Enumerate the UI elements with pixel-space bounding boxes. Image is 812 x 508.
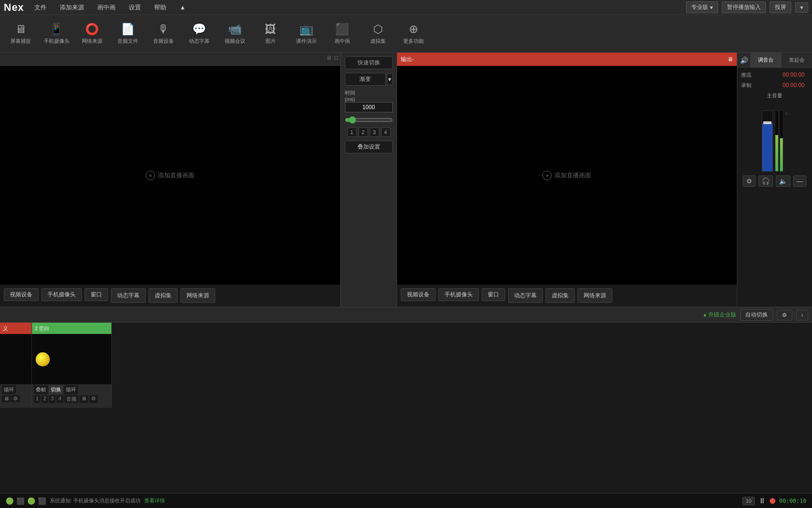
scene-2-canvas[interactable] [32, 334, 111, 384]
status-icon-4: ⬛ [38, 497, 46, 505]
scene-1-title-bar: 义 [0, 323, 31, 334]
scene-2-num-2[interactable]: 2 [41, 395, 48, 403]
vu-meter [775, 111, 783, 172]
tool-screen-capture[interactable]: 🖥 屏幕捕捉 [4, 17, 38, 51]
stream-row: 推流 00:00:00 [741, 70, 808, 80]
left-btn-video-device[interactable]: 视频设备 [4, 288, 39, 301]
menu-up-arrow[interactable]: ▲ [177, 3, 188, 12]
preview-monitor-icon[interactable]: 🖥 [326, 55, 332, 61]
quick-switch-btn[interactable]: 快速切换 [345, 56, 393, 69]
left-btn-network[interactable]: 网络来源 [180, 288, 215, 303]
bottom-header: ♦ 升级企业版 自动切换 ⚙ › [0, 308, 812, 323]
tool-video-conference[interactable]: 📹 视频会议 [218, 17, 252, 51]
audio-mixer: 0 ⚙ 🎧 🔈 — [737, 101, 812, 307]
scene-num-4[interactable]: 4 [381, 127, 390, 137]
menu-pip[interactable]: 画中画 [94, 2, 118, 13]
scene-1-canvas[interactable] [0, 334, 31, 384]
left-plus-icon: + [146, 171, 155, 180]
menu-settings[interactable]: 设置 [126, 2, 144, 13]
right-btn-window[interactable]: 窗口 [482, 288, 505, 301]
scene-2-switch-btn[interactable]: 切换 [49, 385, 63, 394]
menu-add-source[interactable]: 添加来源 [57, 2, 87, 13]
left-btn-window[interactable]: 窗口 [85, 288, 108, 301]
auto-switch-arrow-btn[interactable]: › [796, 310, 808, 320]
bottom-area: ♦ 升级企业版 自动切换 ⚙ › 义 循环 🖥 ⚙ [0, 307, 812, 408]
tool-network-source[interactable]: ⭕ 网络来源 [75, 17, 109, 51]
scene-2-num-settings[interactable]: ⚙ [89, 395, 98, 403]
transition-type-btn[interactable]: 渐变 [345, 73, 386, 86]
preview-close-icon[interactable]: ⊡ [334, 55, 338, 61]
scene-2-num-1[interactable]: 1 [34, 395, 40, 403]
pause-input-button[interactable]: 暂停播放输入 [722, 1, 766, 13]
scene-2-ball [36, 352, 50, 366]
scene-1-num-settings[interactable]: ⚙ [11, 395, 20, 402]
tool-pip-label: 画中画 [335, 38, 350, 45]
scene-1-loop-btn[interactable]: 循环 [2, 385, 16, 394]
right-add-scene-btn[interactable]: + 添加直播画面 [542, 171, 591, 180]
left-add-scene-label: 添加直播画面 [158, 171, 195, 180]
transition-panel: 快速切换 渐变 ▾ 时间(ms) 1 2 3 4 叠加设置 [341, 53, 397, 307]
scene-item-1: 义 循环 🖥 ⚙ [0, 323, 32, 408]
audio-toggle-icon[interactable]: 🔊 [737, 53, 750, 68]
stream-label: 推流 [741, 71, 751, 79]
transition-time-input[interactable] [345, 102, 393, 112]
scene-2-footer: 叠帧 切换 循环 1 2 3 4 音频 🖥 ⚙ [32, 384, 111, 408]
tool-courseware[interactable]: 📺 课件演示 [289, 17, 323, 51]
menu-help[interactable]: 帮助 [151, 2, 169, 13]
project-button[interactable]: 投屏 [770, 1, 791, 13]
tab-start-meeting[interactable]: 发起会 [781, 53, 812, 68]
tool-phone-camera[interactable]: 📱 手机摄像头 [39, 17, 73, 51]
transition-slider[interactable] [345, 116, 393, 124]
fps-display: 10 [742, 497, 755, 505]
scene-num-1[interactable]: 1 [347, 127, 357, 137]
audio-vol-down[interactable]: — [793, 175, 806, 187]
status-icon-1: 🟢 [6, 497, 14, 505]
tool-virtual-set[interactable]: ⬡ 虚拟集 [361, 17, 395, 51]
transition-dropdown-btn[interactable]: ▾ [387, 73, 393, 85]
tool-phone-camera-label: 手机摄像头 [44, 38, 70, 45]
tool-subtitle[interactable]: 💬 动态字幕 [182, 17, 216, 51]
tool-audio-file[interactable]: 📄 音频文件 [111, 17, 145, 51]
pause-status-btn[interactable]: ⏸ [758, 497, 766, 505]
more-menu-button[interactable]: ▾ [795, 2, 808, 13]
right-btn-video-device[interactable]: 视频设备 [401, 288, 436, 301]
scene-1-title: 义 [3, 325, 8, 332]
output-monitor-icon[interactable]: 🖥 [727, 56, 733, 63]
scene-2-num-4[interactable]: 4 [56, 395, 63, 403]
tool-more[interactable]: ⊕ 更多功能 [397, 17, 430, 51]
transition-settings-btn[interactable]: 叠加设置 [345, 141, 393, 153]
rec-indicator [770, 498, 775, 504]
scene-num-3[interactable]: 3 [370, 127, 379, 137]
status-link[interactable]: 查看详情 [144, 497, 165, 504]
enterprise-upgrade-btn[interactable]: ♦ 升级企业版 [703, 311, 736, 319]
output-header: 输出- 🖥 [397, 53, 737, 66]
main-fader[interactable] [762, 111, 773, 172]
left-add-scene-btn[interactable]: + 添加直播画面 [146, 171, 195, 180]
tool-image[interactable]: 🖼 图片 [254, 17, 288, 51]
scene-2-num-3[interactable]: 3 [49, 395, 55, 403]
right-btn-subtitle[interactable]: 动态字幕 [508, 288, 543, 303]
audio-mute-icon[interactable]: 🔈 [776, 175, 790, 187]
scene-2-num-audio[interactable]: 音频 [64, 395, 78, 403]
left-btn-subtitle[interactable]: 动态字幕 [111, 288, 146, 303]
audio-settings-icon[interactable]: ⚙ [743, 175, 756, 187]
scene-1-num-monitor[interactable]: 🖥 [2, 395, 11, 402]
tab-audio-mixer[interactable]: 调音台 [750, 53, 781, 68]
stream-time-display: 00:00:10 [779, 498, 806, 504]
audio-headphone-icon[interactable]: 🎧 [758, 175, 773, 187]
left-btn-virtual-set[interactable]: 虚拟集 [148, 288, 178, 303]
auto-switch-btn[interactable]: 自动切换 [740, 309, 773, 321]
right-btn-phone-camera[interactable]: 手机摄像头 [438, 288, 479, 301]
menu-file[interactable]: 文件 [31, 2, 49, 13]
scene-2-loop-btn[interactable]: 循环 [64, 385, 78, 394]
tool-pip[interactable]: ⬛ 画中画 [325, 17, 359, 51]
scene-num-2[interactable]: 2 [359, 127, 368, 137]
scene-2-overlay-btn[interactable]: 叠帧 [34, 385, 48, 394]
right-btn-virtual-set[interactable]: 虚拟集 [546, 288, 575, 303]
scene-2-num-monitor[interactable]: 🖥 [79, 395, 88, 403]
version-button[interactable]: 专业版 ▾ [686, 1, 718, 13]
tool-audio-device[interactable]: 🎙 音频设备 [147, 17, 180, 51]
left-btn-phone-camera[interactable]: 手机摄像头 [41, 288, 82, 301]
right-btn-network[interactable]: 网络来源 [578, 288, 612, 303]
auto-switch-settings-btn[interactable]: ⚙ [777, 310, 792, 320]
